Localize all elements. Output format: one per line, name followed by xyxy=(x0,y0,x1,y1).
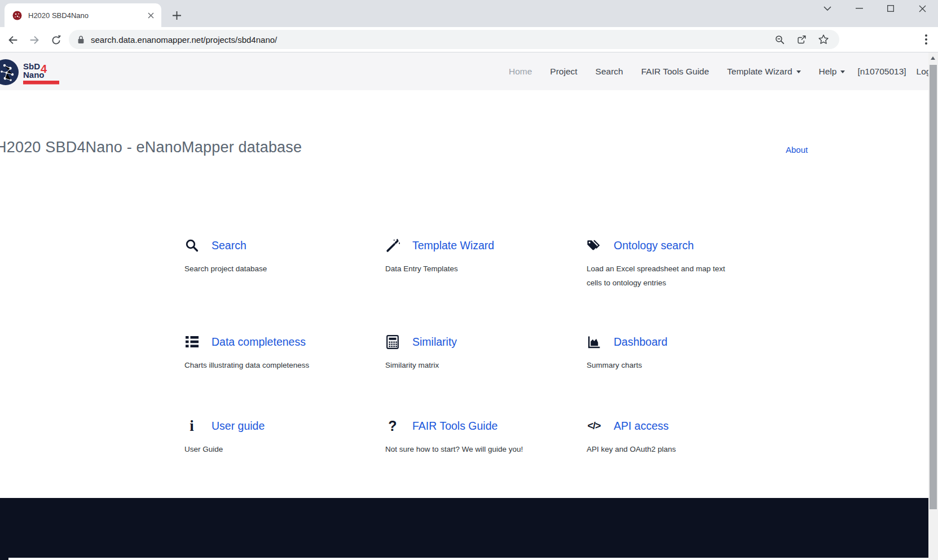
card-search-link[interactable]: Search xyxy=(212,239,246,252)
card-data-completeness-link[interactable]: Data completeness xyxy=(212,336,306,349)
search-icon xyxy=(184,237,199,253)
maximize-button[interactable] xyxy=(875,0,906,17)
code-icon: </> xyxy=(587,418,601,434)
about-link[interactable]: About xyxy=(786,145,808,155)
card-similarity-subtitle: Similarity matrix xyxy=(385,358,560,372)
zoom-out-icon[interactable] xyxy=(774,34,785,45)
question-icon: ? xyxy=(385,418,400,434)
new-tab-button[interactable] xyxy=(168,7,185,24)
tags-icon xyxy=(587,237,601,253)
card-ontology-search-subtitle: Load an Excel spreadsheet and map text c… xyxy=(587,262,734,290)
lock-icon[interactable] xyxy=(77,35,85,45)
info-icon: i xyxy=(184,418,199,434)
card-fair-tools-guide: ? FAIR Tools Guide Not sure how to start… xyxy=(385,418,560,456)
table-icon xyxy=(385,334,400,350)
address-bar-actions xyxy=(774,34,831,45)
back-button[interactable] xyxy=(5,32,21,48)
card-dashboard-link[interactable]: Dashboard xyxy=(614,336,667,349)
card-user-guide: i User guide User Guide xyxy=(184,418,359,456)
card-fair-tools-guide-subtitle: Not sure how to start? We will guide you… xyxy=(385,442,560,456)
chevron-down-icon xyxy=(840,70,845,73)
card-api-access-subtitle: API key and OAuth2 plans xyxy=(587,442,761,456)
magic-wand-icon xyxy=(385,237,400,253)
scrollbar-thumb[interactable] xyxy=(930,65,937,509)
site-nav-links: Home Project Search FAIR Tools Guide Tem… xyxy=(509,52,928,90)
forward-button[interactable] xyxy=(26,32,43,48)
tab-search-chevron-icon[interactable] xyxy=(812,0,843,17)
nav-item-fair-tools-guide[interactable]: FAIR Tools Guide xyxy=(641,67,709,77)
sbd4nano-logo[interactable]: SbD 4 Nano xyxy=(0,57,73,87)
card-search: Search Search project database xyxy=(184,237,359,276)
card-api-access: </> API access API key and OAuth2 plans xyxy=(587,418,761,456)
card-similarity-link[interactable]: Similarity xyxy=(412,336,457,349)
nav-item-home[interactable]: Home xyxy=(509,67,532,77)
logo-text-nano: Nano xyxy=(23,70,45,80)
card-ontology-search: Ontology search Load an Excel spreadshee… xyxy=(587,237,734,290)
reload-button[interactable] xyxy=(47,32,64,48)
tab-title: H2020 SBD4Nano xyxy=(28,11,139,20)
card-dashboard: Dashboard Summary charts xyxy=(587,334,761,372)
card-template-wizard-link[interactable]: Template Wizard xyxy=(412,239,494,252)
page-title: H2020 SBD4Nano - eNanoMapper database xyxy=(0,139,302,156)
card-template-wizard-subtitle: Data Entry Templates xyxy=(385,262,560,276)
card-similarity: Similarity Similarity matrix xyxy=(385,334,560,372)
card-api-access-link[interactable]: API access xyxy=(614,420,669,433)
tab-strip: H2020 SBD4Nano xyxy=(0,0,938,27)
url-text[interactable]: search.data.enanomapper.net/projects/sbd… xyxy=(91,35,277,45)
list-icon xyxy=(184,334,199,350)
card-fair-tools-guide-link[interactable]: FAIR Tools Guide xyxy=(412,420,497,433)
card-data-completeness: Data completeness Charts illustrating da… xyxy=(184,334,359,372)
card-dashboard-subtitle: Summary charts xyxy=(587,358,761,372)
bookmark-star-icon[interactable] xyxy=(818,34,829,45)
logout-link[interactable]: Log out xyxy=(917,67,928,77)
card-data-completeness-subtitle: Charts illustrating data completeness xyxy=(184,358,359,372)
window-bottom-edge xyxy=(8,558,928,560)
favicon-icon xyxy=(12,11,22,20)
tab-close-icon[interactable] xyxy=(146,10,156,20)
card-template-wizard: Template Wizard Data Entry Templates xyxy=(385,237,560,276)
card-user-guide-subtitle: User Guide xyxy=(184,442,359,456)
page-footer: Acknowledgements This project has receiv… xyxy=(0,498,928,560)
card-ontology-search-link[interactable]: Ontology search xyxy=(614,239,694,252)
vertical-scrollbar[interactable] xyxy=(928,52,938,560)
browser-window: H2020 SBD4Nano xyxy=(0,0,938,560)
close-window-button[interactable] xyxy=(906,0,938,17)
minimize-button[interactable] xyxy=(843,0,875,17)
card-search-subtitle: Search project database xyxy=(184,262,359,276)
nav-item-search[interactable]: Search xyxy=(596,67,623,77)
nav-item-project[interactable]: Project xyxy=(550,67,577,77)
card-user-guide-link[interactable]: User guide xyxy=(212,420,265,433)
address-bar[interactable]: search.data.enanomapper.net/projects/sbd… xyxy=(69,30,839,49)
scrollbar-up-arrow-icon[interactable] xyxy=(931,56,935,60)
nav-item-template-wizard[interactable]: Template Wizard xyxy=(727,67,800,77)
page-content: SbD 4 Nano Home Project Search FAIR Tool… xyxy=(0,52,928,560)
area-chart-icon xyxy=(587,334,601,350)
browser-tab[interactable]: H2020 SBD4Nano xyxy=(5,3,161,27)
browser-menu-icon[interactable] xyxy=(918,32,934,47)
chevron-down-icon xyxy=(796,70,801,73)
window-controls xyxy=(812,0,938,17)
nav-item-help[interactable]: Help xyxy=(819,67,845,77)
share-icon[interactable] xyxy=(796,34,807,45)
user-id-label[interactable]: [n10705013] xyxy=(857,67,906,77)
